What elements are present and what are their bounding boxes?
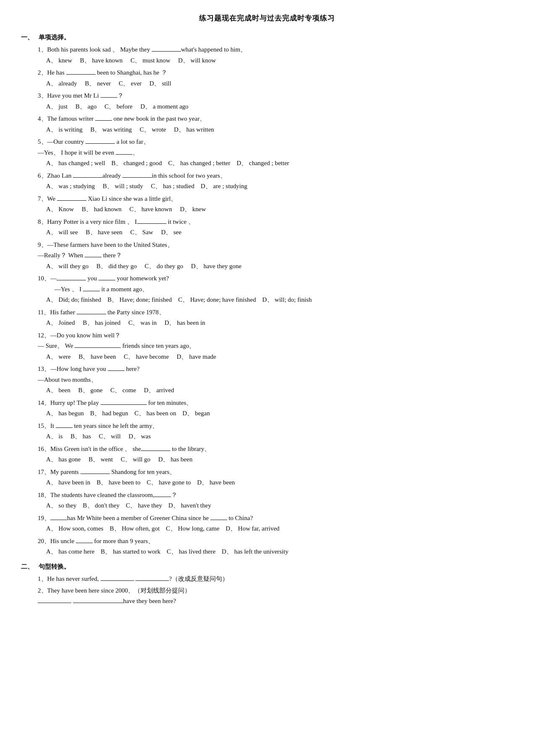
question-20: 20、His uncle for more than 9 years、 A、 h… <box>21 536 513 557</box>
blank-5a <box>86 143 115 144</box>
blank-2 <box>66 74 96 75</box>
blank-10a <box>57 280 86 280</box>
blank-19b <box>210 520 227 520</box>
question-13: 13、—How long have you here? —About two m… <box>21 364 513 396</box>
question-8: 8、Harry Potter is a very nice film 、 I i… <box>21 217 513 238</box>
page-title: 练习题现在完成时与过去完成时专项练习 <box>21 13 513 25</box>
question-9: 9、—These farmers have been to the United… <box>21 240 513 272</box>
section2: 二、 句型转换。 1、He has never surfed, ?（改成反意疑问… <box>21 562 513 607</box>
section2-name: 句型转换。 <box>39 562 70 572</box>
section2-label: 二、 <box>21 562 34 572</box>
blank-13 <box>108 370 124 371</box>
question-18: 18、The students have cleaned the classro… <box>21 490 513 511</box>
blank-s2-1a <box>101 580 134 581</box>
question-12: 12、—Do you know him well？ — Sure、 We fri… <box>21 330 513 362</box>
blank-15 <box>56 427 73 428</box>
question-11: 11、His father the Party since 1978、 A、 J… <box>21 307 513 329</box>
question-7: 7、We Xiao Li since she was a little girl… <box>21 194 513 215</box>
blank-7 <box>57 200 86 201</box>
blank-12 <box>75 347 121 348</box>
question-1: 1、Both his parents look sad 、 Maybe they… <box>21 44 513 66</box>
question-5: 5、—Our country a lot so far、 —Yes、 I hop… <box>21 137 513 169</box>
blank-3 <box>101 97 117 98</box>
blank-10c <box>83 291 100 291</box>
blank-11 <box>77 314 106 314</box>
section2-q1: 1、He has never surfed, ?（改成反意疑问句） <box>21 574 513 585</box>
blank-4 <box>95 120 112 121</box>
section1-name: 单项选择。 <box>39 32 70 43</box>
blank-18 <box>154 497 171 497</box>
blank-8 <box>137 223 166 224</box>
blank-6b <box>122 177 152 178</box>
blank-s2-1b <box>135 580 169 581</box>
question-4: 4、The famous writer one new book in the … <box>21 114 513 135</box>
blank-6a <box>73 177 102 178</box>
blank-9 <box>85 257 101 257</box>
question-19: 19、has Mr White been a member of Greener… <box>21 513 513 534</box>
blank-5b <box>116 154 132 155</box>
question-10: 10、— you your homework yet? —Yes 、 I it … <box>21 273 513 306</box>
section2-q2: 2、They have been here since 2000、（对划线部分提… <box>21 585 513 607</box>
blank-20 <box>76 543 93 543</box>
blank-14 <box>101 404 147 405</box>
question-17: 17、My parents Shandong for ten years、 A、… <box>21 467 513 488</box>
question-2: 2、He has been to Shanghai, has he ？ A、 a… <box>21 67 513 89</box>
question-15: 15、It ten years since he left the army、 … <box>21 421 513 442</box>
blank-16 <box>141 450 170 451</box>
blank-19a <box>50 520 67 520</box>
blank-10b <box>99 280 115 280</box>
section1-label: 一、 <box>21 32 34 43</box>
question-3: 3、Have you met Mr Li ？ A、 just B、 ago C、… <box>21 91 513 112</box>
question-14: 14、Hurry up! The play for ten minutes、 A… <box>21 398 513 419</box>
section2-header: 二、 句型转换。 <box>21 562 513 572</box>
blank-17 <box>80 474 110 474</box>
blank-s2-2b <box>73 603 123 603</box>
section1-header: 一、 单项选择。 <box>21 32 513 43</box>
blank-1 <box>152 51 181 52</box>
question-6: 6、Zhao Lan already in this school for tw… <box>21 171 513 192</box>
blank-s2-2a <box>38 603 71 603</box>
question-16: 16、Miss Green isn't in the office 、 she … <box>21 444 513 465</box>
